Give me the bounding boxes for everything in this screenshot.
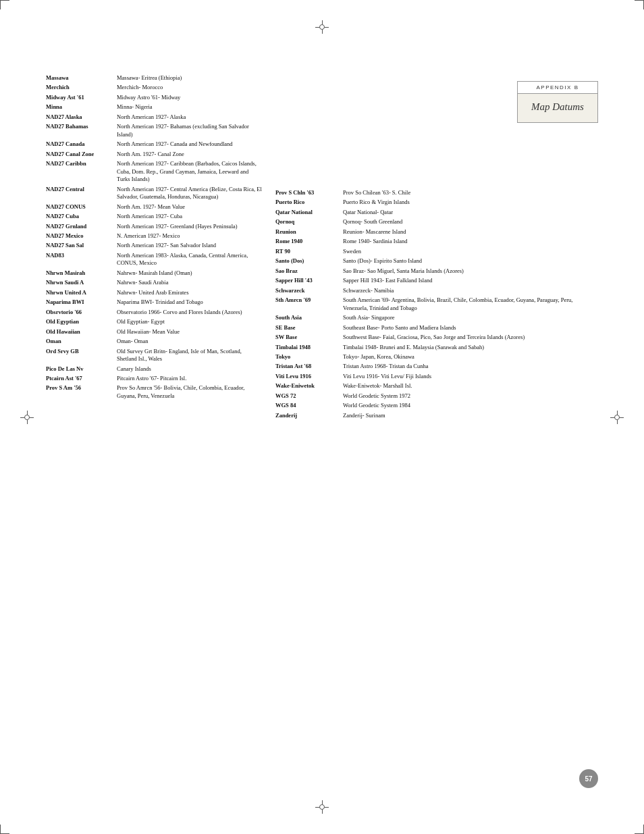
entry-desc: South American '69- Argentina, Bolivia, … — [343, 296, 598, 312]
entry-desc: Timbalai 1948- Brunei and E. Malaysia (S… — [343, 344, 598, 351]
entry-name: NAD27 Cuba — [46, 213, 117, 220]
list-item: NAD27 CONUSNorth Am. 1927- Mean Value — [46, 203, 262, 211]
entry-name: Merchich — [46, 84, 117, 91]
entry-name: NAD27 Alaska — [46, 113, 117, 121]
entry-desc: North American 1927- Bahamas (excluding … — [117, 123, 262, 138]
entry-desc: Old Survey Grt Britn- England, Isle of M… — [117, 348, 262, 363]
list-item: MinnaMinna- Nigeria — [46, 103, 262, 111]
entry-name: South Asia — [275, 314, 343, 321]
entry-name: Schwarzeck — [275, 287, 343, 294]
entry-name: Naparima BWI — [46, 298, 117, 306]
entry-desc: World Geodetic System 1984 — [343, 402, 598, 409]
entry-desc: Puerto Rico & Virgin Islands — [343, 199, 598, 206]
entry-name: WGS 84 — [275, 402, 343, 409]
list-item: MassawaMassawa- Eritrea (Ethiopia) — [46, 74, 262, 82]
entry-desc: Old Egyptian- Egypt — [117, 318, 262, 325]
entry-name: SW Base — [275, 334, 343, 341]
list-item: RT 90Sweden — [275, 248, 598, 255]
list-item: South AsiaSouth Asia- Singapore — [275, 314, 598, 321]
entry-name: Sapper Hill '43 — [275, 277, 343, 284]
entry-name: Wake-Eniwetok — [275, 382, 343, 390]
entry-desc: North Am. 1927- Canal Zone — [117, 151, 262, 158]
entry-desc: North American 1927- Caribbean (Barbados… — [117, 160, 262, 183]
entry-name: NAD27 CONUS — [46, 203, 117, 211]
entry-desc: Tokyo- Japan, Korea, Okinawa — [343, 353, 598, 361]
list-item: Naparima BWINaparima BWI- Trinidad and T… — [46, 298, 262, 306]
list-item: WGS 84World Geodetic System 1984 — [275, 402, 598, 409]
entry-name: Obsrvtorio '66 — [46, 309, 117, 316]
entry-name: Pico De Las Nv — [46, 365, 117, 373]
list-item: Tristan Ast '68Tristan Astro 1968- Trist… — [275, 363, 598, 370]
entry-desc: North American 1927- Alaska — [117, 113, 262, 121]
list-item: Wake-EniwetokWake-Eniwetok- Marshall Isl… — [275, 382, 598, 390]
list-item: Midway Ast '61Midway Astro '61- Midway — [46, 94, 262, 101]
entry-name: Oman — [46, 338, 117, 345]
entry-name: Rome 1940 — [275, 238, 343, 245]
list-item: Obsrvtorio '66Observatorio 1966- Corvo a… — [46, 309, 262, 316]
list-item: QornoqQornoq- South Greenland — [275, 218, 598, 226]
entry-desc: World Geodetic System 1972 — [343, 392, 598, 400]
entry-name: Massawa — [46, 74, 117, 82]
entry-desc: North American 1927- Central America (Be… — [117, 186, 262, 201]
entry-name: NAD27 San Sal — [46, 242, 117, 249]
list-item: NAD27 San SalNorth American 1927- San Sa… — [46, 242, 262, 249]
list-item: Sapper Hill '43Sapper Hill 1943- East Fa… — [275, 277, 598, 284]
list-item: Santo (Dos)Santo (Dos)- Espirito Santo I… — [275, 257, 598, 265]
entry-desc: Rome 1940- Sardinia Island — [343, 238, 598, 245]
entry-name: Ord Srvy GB — [46, 348, 117, 363]
entry-desc: Southwest Base- Faial, Graciosa, Pico, S… — [343, 334, 598, 341]
entry-name: Qatar National — [275, 209, 343, 216]
list-item: WGS 72World Geodetic System 1972 — [275, 392, 598, 400]
list-item: OmanOman- Oman — [46, 338, 262, 345]
list-item: NAD27 Canal ZoneNorth Am. 1927- Canal Zo… — [46, 151, 262, 158]
entry-name: NAD27 Caribbn — [46, 160, 117, 183]
list-item: NAD27 AlaskaNorth American 1927- Alaska — [46, 113, 262, 121]
entry-name: RT 90 — [275, 248, 343, 255]
entry-desc: Pitcairn Astro '67- Pitcairn Isl. — [117, 375, 262, 382]
crosshair-left — [20, 411, 34, 424]
entry-name: Tristan Ast '68 — [275, 363, 343, 370]
entry-desc: Wake-Eniwetok- Marshall Isl. — [343, 382, 598, 390]
list-item: Rome 1940Rome 1940- Sardinia Island — [275, 238, 598, 245]
entry-name: Nhrwn United A — [46, 289, 117, 296]
entry-name: NAD27 Mexico — [46, 232, 117, 240]
list-item: Sao BrazSao Braz- Sao Miguel, Santa Mari… — [275, 267, 598, 275]
entry-desc: North American 1927- Cuba — [117, 213, 262, 220]
entry-name: Nhrwn Saudi A — [46, 279, 117, 286]
entry-desc: Minna- Nigeria — [117, 103, 262, 111]
list-item: Prov S Am '56Prov So Amrcn '56- Bolivia,… — [46, 384, 262, 400]
entry-desc: Nahrwn- United Arab Emirates — [117, 289, 262, 296]
entry-desc: South Asia- Singapore — [343, 314, 598, 321]
entry-name: Old Hawaiian — [46, 328, 117, 336]
entry-name: SE Base — [275, 324, 343, 332]
list-item: Sth Amrcn '69South American '69- Argenti… — [275, 296, 598, 312]
entry-desc: North American 1983- Alaska, Canada, Cen… — [117, 252, 262, 267]
entry-name: NAD27 Canal Zone — [46, 151, 117, 158]
columns: MassawaMassawa- Eritrea (Ethiopia)Merchi… — [46, 74, 598, 421]
entry-name: Ptcairn Ast '67 — [46, 375, 117, 382]
entry-desc: Viti Levu 1916- Viti Levu/ Fiji Islands — [343, 373, 598, 380]
list-item: NAD27 BahamasNorth American 1927- Bahama… — [46, 123, 262, 138]
page-number-box: 57 — [579, 769, 598, 788]
right-column: Prov S Chln '63Prov So Chilean '63- S. C… — [275, 74, 598, 421]
list-item: NAD27 MexicoN. American 1927- Mexico — [46, 232, 262, 240]
crosshair-top — [315, 20, 329, 34]
list-item: Nhrwn MasirahNahrwn- Masirah Island (Oma… — [46, 269, 262, 277]
list-item: TokyoTokyo- Japan, Korea, Okinawa — [275, 353, 598, 361]
entry-desc: Midway Astro '61- Midway — [117, 94, 262, 101]
entry-name: Midway Ast '61 — [46, 94, 117, 101]
entry-desc: Qornoq- South Greenland — [343, 218, 598, 226]
crosshair-bottom — [315, 800, 329, 814]
list-item: NAD27 CentralNorth American 1927- Centra… — [46, 186, 262, 201]
entry-desc: Oman- Oman — [117, 338, 262, 345]
list-item: Prov S Chln '63Prov So Chilean '63- S. C… — [275, 189, 598, 197]
entry-name: Prov S Am '56 — [46, 384, 117, 400]
entry-name: NAD27 Grnland — [46, 223, 117, 230]
list-item: Old EgyptianOld Egyptian- Egypt — [46, 318, 262, 325]
list-item: NAD27 CaribbnNorth American 1927- Caribb… — [46, 160, 262, 183]
entry-name: Santo (Dos) — [275, 257, 343, 265]
entry-desc: North American 1927- Greenland (Hayes Pe… — [117, 223, 262, 230]
entry-desc: Southeast Base- Porto Santo and Madiera … — [343, 324, 598, 332]
page: APPENDIX B Map Datums MassawaMassawa- Er… — [0, 0, 644, 834]
entry-desc: Qatar National- Qatar — [343, 209, 598, 216]
